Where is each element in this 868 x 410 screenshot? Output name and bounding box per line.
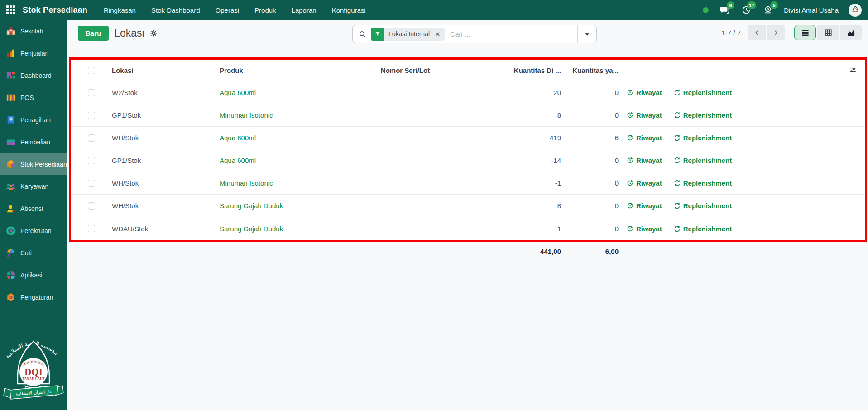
cell-lokasi: GP1/Stok bbox=[112, 157, 220, 164]
table-row[interactable]: WH/Stok Aqua 600ml 419 6 Riwayat Reple bbox=[71, 127, 865, 149]
header-produk[interactable]: Produk bbox=[220, 67, 337, 74]
pager-next-button[interactable] bbox=[767, 25, 785, 40]
money-icon[interactable]: $ 5 bbox=[762, 4, 774, 16]
cell-qty-on-hand: -1 bbox=[473, 179, 566, 187]
search-input[interactable]: Cari ... bbox=[450, 30, 577, 38]
history-button[interactable]: Riwayat bbox=[627, 202, 662, 210]
product-link[interactable]: Aqua 600ml bbox=[220, 89, 337, 96]
filter-icon bbox=[371, 28, 384, 41]
select-all-checkbox[interactable] bbox=[88, 67, 95, 74]
header-qty-on-hand[interactable]: Kuantitas Di ... bbox=[473, 67, 566, 74]
menu-konfigurasi[interactable]: Konfigurasi bbox=[332, 6, 366, 14]
cell-qty-reserved: 0 bbox=[566, 225, 623, 233]
menu-operasi[interactable]: Operasi bbox=[216, 6, 240, 14]
user-avatar[interactable] bbox=[849, 4, 862, 17]
history-button[interactable]: Riwayat bbox=[627, 89, 662, 96]
history-button[interactable]: Riwayat bbox=[627, 111, 662, 119]
actions-gear-icon[interactable] bbox=[150, 29, 158, 37]
inventory-cube-icon bbox=[6, 159, 16, 169]
sidebar-item-label: Absensi bbox=[20, 205, 43, 212]
sidebar-item-aplikasi[interactable]: Aplikasi bbox=[0, 264, 67, 286]
sidebar-item-penjualan[interactable]: Penjualan bbox=[0, 42, 67, 64]
header-qty-reserved[interactable]: Kuantitas ya... bbox=[566, 67, 623, 74]
replenishment-button[interactable]: Replenishment bbox=[674, 89, 732, 96]
sidebar-item-pembelian[interactable]: Pembelian bbox=[0, 131, 67, 153]
replenishment-button[interactable]: Replenishment bbox=[674, 111, 732, 119]
product-link[interactable]: Sarung Gajah Duduk bbox=[220, 225, 337, 233]
product-link[interactable]: Aqua 600ml bbox=[220, 134, 337, 142]
menu-laporan[interactable]: Laporan bbox=[292, 6, 317, 14]
history-button[interactable]: Riwayat bbox=[627, 134, 662, 142]
apps-grid-icon[interactable] bbox=[6, 5, 15, 14]
cell-lokasi: WDAU/Stok bbox=[112, 225, 220, 233]
sidebar-item-pengaturan[interactable]: Pengaturan bbox=[0, 286, 67, 308]
row-checkbox[interactable] bbox=[88, 225, 95, 232]
product-link[interactable]: Minuman Isotonic bbox=[220, 179, 337, 187]
replenishment-button[interactable]: Replenishment bbox=[674, 225, 732, 233]
company-menu[interactable]: Divisi Amal Usaha bbox=[784, 6, 839, 14]
search-bar[interactable]: Lokasi Internal Cari ... bbox=[352, 25, 597, 43]
table-row[interactable]: GP1/Stok Aqua 600ml -14 0 Riwayat Repl bbox=[71, 149, 865, 172]
header-lokasi[interactable]: Lokasi bbox=[112, 67, 220, 74]
sidebar-item-stok-persediaan[interactable]: Stok Persediaan bbox=[0, 153, 67, 175]
attendance-icon bbox=[6, 204, 16, 214]
table-row[interactable]: WH/Stok Minuman Isotonic -1 0 Riwayat bbox=[71, 172, 865, 195]
new-button[interactable]: Baru bbox=[78, 26, 109, 41]
table-row[interactable]: W2/Stok Aqua 600ml 20 0 Riwayat Replen bbox=[71, 81, 865, 104]
table-row[interactable]: WH/Stok Sarung Gajah Duduk 8 0 Riwayat bbox=[71, 195, 865, 217]
row-checkbox[interactable] bbox=[88, 202, 95, 210]
menu-produk[interactable]: Produk bbox=[254, 6, 276, 14]
replenishment-button[interactable]: Replenishment bbox=[674, 179, 732, 187]
pivot-view-icon bbox=[824, 29, 833, 37]
history-button[interactable]: Riwayat bbox=[627, 157, 662, 164]
replenishment-button[interactable]: Replenishment bbox=[674, 202, 732, 210]
filter-chip[interactable]: Lokasi Internal bbox=[371, 28, 445, 41]
view-list-button[interactable] bbox=[794, 25, 816, 40]
sidebar-item-pos[interactable]: POS bbox=[0, 86, 67, 109]
replenishment-button[interactable]: Replenishment bbox=[674, 134, 732, 142]
cell-lokasi: W2/Stok bbox=[112, 89, 220, 96]
menu-ringkasan[interactable]: Ringkasan bbox=[104, 6, 136, 14]
history-button[interactable]: Riwayat bbox=[627, 225, 662, 233]
row-checkbox[interactable] bbox=[88, 180, 95, 187]
messages-icon[interactable]: 6 bbox=[719, 4, 730, 16]
row-checkbox[interactable] bbox=[88, 157, 95, 164]
sidebar-item-penagihan[interactable]: $ Penagihan bbox=[0, 109, 67, 131]
view-graph-button[interactable] bbox=[840, 25, 862, 40]
sidebar-item-absensi[interactable]: Absensi bbox=[0, 197, 67, 219]
history-icon bbox=[627, 134, 633, 141]
sidebar-item-karyawan[interactable]: Karyawan bbox=[0, 175, 67, 197]
product-link[interactable]: Aqua 600ml bbox=[220, 157, 337, 164]
view-pivot-button[interactable] bbox=[817, 25, 839, 40]
refresh-icon bbox=[674, 112, 681, 119]
history-icon bbox=[627, 112, 633, 119]
product-link[interactable]: Sarung Gajah Duduk bbox=[220, 202, 337, 210]
sidebar-item-label: POS bbox=[20, 94, 34, 101]
apps-pie-icon bbox=[6, 270, 16, 280]
header-serial[interactable]: Nomor Seri/Lot bbox=[337, 67, 473, 74]
table-row[interactable]: GP1/Stok Minuman Isotonic 8 0 Riwayat bbox=[71, 104, 865, 127]
foundation-logo: مؤسسة التربية الاسلامية YAYASAN DQI TANA… bbox=[0, 321, 67, 410]
annotated-table-region: Lokasi Produk Nomor Seri/Lot Kuantitas D… bbox=[69, 57, 867, 242]
table-row[interactable]: WDAU/Stok Sarung Gajah Duduk 1 0 Riwayat bbox=[71, 217, 865, 240]
cell-lokasi: WH/Stok bbox=[112, 134, 220, 142]
replenishment-button[interactable]: Replenishment bbox=[674, 157, 732, 164]
row-checkbox[interactable] bbox=[88, 112, 95, 119]
optional-columns-icon[interactable] bbox=[849, 67, 857, 74]
product-link[interactable]: Minuman Isotonic bbox=[220, 111, 337, 119]
search-dropdown-toggle[interactable] bbox=[577, 25, 596, 43]
menu-stok-dashboard[interactable]: Stok Dashboard bbox=[151, 6, 200, 14]
sidebar-item-sekolah[interactable]: Sekolah bbox=[0, 20, 67, 42]
filter-remove-icon[interactable] bbox=[434, 31, 445, 37]
total-qty-on-hand: 441,00 bbox=[473, 248, 566, 255]
pager-prev-button[interactable] bbox=[748, 25, 766, 40]
history-button[interactable]: Riwayat bbox=[627, 179, 662, 187]
history-icon bbox=[627, 180, 633, 186]
activities-clock-icon[interactable]: 17 bbox=[740, 4, 752, 16]
row-checkbox[interactable] bbox=[88, 89, 95, 96]
sidebar-item-cuti[interactable]: Cuti bbox=[0, 242, 67, 264]
sidebar-item-perekrutan[interactable]: Perekrutan bbox=[0, 219, 67, 242]
row-checkbox[interactable] bbox=[88, 134, 95, 142]
sidebar-item-dashboard[interactable]: Dashboard bbox=[0, 64, 67, 86]
cell-lokasi: WH/Stok bbox=[112, 179, 220, 187]
